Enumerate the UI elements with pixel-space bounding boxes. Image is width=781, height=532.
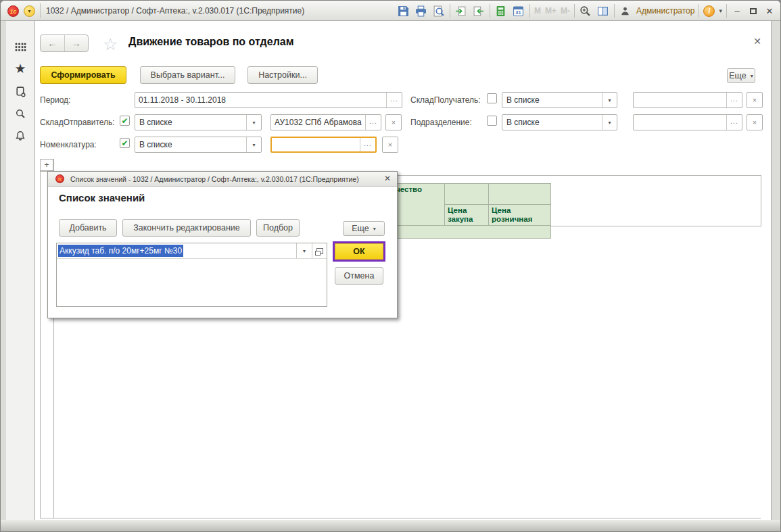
department-clear-button[interactable]: × <box>747 114 763 130</box>
dialog-close-button[interactable]: ✕ <box>384 174 391 183</box>
chevron-down-icon: ▾ <box>373 226 376 232</box>
user-icon <box>619 4 632 18</box>
receiver-value-input[interactable] <box>634 93 726 107</box>
nomenclature-select-button[interactable]: ... <box>360 138 375 151</box>
settings-button[interactable]: Настройки... <box>247 66 318 84</box>
sender-clear-button[interactable]: × <box>385 114 402 130</box>
main-menu-button[interactable]: ▾ <box>24 5 35 17</box>
pick-button[interactable]: Подбор <box>256 219 300 237</box>
titlebar-toolbar: 31 M M+ M- Администратор i ▾ – ✕ <box>397 1 776 21</box>
info-icon[interactable]: i <box>703 5 715 17</box>
period-field: ... <box>135 92 402 108</box>
print-icon[interactable] <box>415 4 428 18</box>
chevron-down-icon: ▾ <box>602 93 617 107</box>
nomenclature-condition-combo[interactable]: В списке ▾ <box>135 137 262 153</box>
table-left-border <box>40 159 41 518</box>
sender-checkbox[interactable]: ✔ <box>120 116 130 126</box>
receiver-checkbox[interactable] <box>487 93 497 103</box>
table-expand-button[interactable]: + <box>40 159 53 171</box>
selected-value: Аккузид таб. п/о 20мг+25мг №30 <box>58 245 183 257</box>
chevron-down-icon[interactable]: ▾ <box>719 7 722 14</box>
nomenclature-clear-button[interactable]: × <box>382 137 398 153</box>
nomenclature-checkbox[interactable]: ✔ <box>120 138 130 148</box>
current-user-label[interactable]: Администратор <box>636 6 695 16</box>
dialog-more-button[interactable]: Еще▾ <box>343 221 385 236</box>
cancel-button[interactable]: Отмена <box>335 267 383 285</box>
finish-editing-button[interactable]: Закончить редактирование <box>122 219 251 237</box>
calculator-icon[interactable] <box>494 4 508 18</box>
open-window-icon <box>316 248 323 254</box>
period-label: Период: <box>40 95 70 105</box>
sender-value-input[interactable] <box>271 115 365 130</box>
calendar-icon[interactable]: 31 <box>512 4 525 18</box>
period-select-button[interactable]: ... <box>386 93 402 107</box>
page-title: Движение товаров по отделам <box>128 36 294 48</box>
open-item-button[interactable] <box>312 243 327 258</box>
memory-recall-button[interactable]: M <box>534 6 541 16</box>
divider <box>726 4 727 18</box>
department-condition-combo[interactable]: В списке ▾ <box>502 114 617 130</box>
check-icon: ✔ <box>121 139 128 148</box>
split-window-icon[interactable] <box>596 4 610 18</box>
window-titlebar: 1с ▾ 1032 / Администратор / Софт-Аптека:… <box>1 1 780 21</box>
value-listbox[interactable]: Аккузид таб. п/о 20мг+25мг №30 ▾ <box>56 243 327 307</box>
nomenclature-value-input[interactable] <box>272 138 360 151</box>
divider <box>490 4 490 18</box>
period-input[interactable] <box>135 93 386 107</box>
receiver-select-button[interactable]: ... <box>726 93 742 107</box>
dialog-titlebar: 1с Список значений - 1032 / Администрато… <box>48 172 397 187</box>
dialog-title: Список значений - 1032 / Администратор /… <box>70 175 359 183</box>
retail-price-header-cell: Цена розничная <box>488 204 551 226</box>
divider <box>529 4 530 18</box>
receiver-clear-button[interactable]: × <box>747 92 763 108</box>
back-button[interactable]: ← <box>41 35 65 51</box>
memory-plus-button[interactable]: M+ <box>545 6 557 16</box>
empty-header-cell <box>488 183 551 205</box>
close-window-button[interactable]: ✕ <box>763 6 776 16</box>
chevron-down-icon: ▾ <box>246 137 261 152</box>
department-value-input[interactable] <box>634 115 726 130</box>
list-item[interactable]: Аккузид таб. п/о 20мг+25мг №30 ▾ <box>57 243 327 259</box>
nomenclature-value-field: ... <box>270 137 377 153</box>
favorite-star-icon[interactable]: ☆ <box>103 34 118 54</box>
forward-button[interactable]: → <box>65 35 89 51</box>
ok-button[interactable]: ОК <box>335 243 383 260</box>
department-select-button[interactable]: ... <box>726 115 742 130</box>
nav-history-buttons: ← → <box>40 34 89 52</box>
department-checkbox[interactable] <box>487 116 497 126</box>
memory-minus-button[interactable]: M- <box>561 6 570 16</box>
go-to-link-icon[interactable] <box>454 4 468 18</box>
print-preview-icon[interactable] <box>432 4 446 18</box>
purchase-price-header-cell: Цена закупа <box>444 204 489 226</box>
functions-menu-icon[interactable] <box>6 38 34 55</box>
department-value-field: ... <box>633 114 742 130</box>
add-button[interactable]: Добавить <box>59 219 117 237</box>
maximize-button[interactable] <box>747 6 759 16</box>
minimize-button[interactable]: – <box>731 6 743 16</box>
sidebar: ★ <box>6 21 34 521</box>
ok-button-focus-frame: ОК <box>333 241 385 262</box>
chevron-down-icon: ▾ <box>602 115 617 130</box>
value-list-dialog: 1с Список значений - 1032 / Администрато… <box>47 171 398 318</box>
divider <box>614 4 615 18</box>
empty-header-cell <box>444 183 489 205</box>
sender-condition-combo[interactable]: В списке ▾ <box>135 114 262 130</box>
more-button[interactable]: Еще▾ <box>727 68 755 83</box>
save-icon[interactable] <box>397 4 410 18</box>
receiver-condition-combo[interactable]: В списке ▾ <box>502 92 617 108</box>
history-icon[interactable] <box>6 82 34 100</box>
zoom-icon[interactable] <box>579 4 592 18</box>
item-dropdown-button[interactable]: ▾ <box>296 243 312 258</box>
notifications-bell-icon[interactable] <box>6 127 34 145</box>
close-form-button[interactable]: ✕ <box>753 36 761 47</box>
favorites-icon[interactable]: ★ <box>6 59 34 77</box>
search-icon[interactable] <box>6 105 34 122</box>
1c-logo-icon: 1с <box>7 5 19 17</box>
sender-select-button[interactable]: ... <box>365 115 381 130</box>
table-bottom-line <box>40 518 761 518</box>
generate-button[interactable]: Сформировать <box>40 66 126 84</box>
table-right-border <box>761 175 761 226</box>
1c-logo-icon: 1с <box>55 174 64 183</box>
choose-variant-button[interactable]: Выбрать вариант... <box>140 66 235 84</box>
get-link-icon[interactable] <box>472 4 486 18</box>
